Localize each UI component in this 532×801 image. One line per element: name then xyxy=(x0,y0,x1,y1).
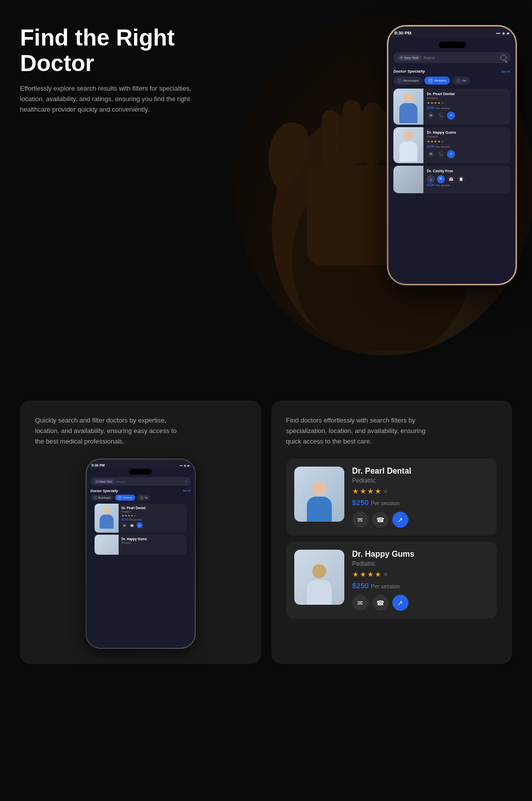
search-icon[interactable] xyxy=(500,55,506,61)
status-icons: ▪▪▪ ◈ ▰ xyxy=(496,31,509,36)
small-nav-btn-1[interactable]: ↗ xyxy=(137,522,143,528)
right-email-btn-2[interactable]: ✉ xyxy=(352,595,368,611)
home-btn-3[interactable]: ⌂ xyxy=(427,175,435,183)
right-doctor-2-price: $250 Per session xyxy=(352,581,489,590)
small-search-bar[interactable]: ⊙ New York Search ○ xyxy=(91,477,191,486)
small-search-icon[interactable]: ○ xyxy=(185,479,187,484)
specialty-section: Doctor Specialty See All Neurologist Ped… xyxy=(388,66,515,199)
chip-neurologist-label: Neurologist xyxy=(403,79,418,82)
star-1: ★ xyxy=(427,140,430,144)
email-button-2[interactable]: ✉ xyxy=(427,150,435,158)
r2-star-2: ★ xyxy=(360,570,366,578)
phone-button-2[interactable]: 📞 xyxy=(437,150,445,158)
phone-screen-large: 9:30 PM ▪▪▪ ◈ ▰ ⊙ New York Search xyxy=(388,27,515,284)
doctor-2-stars: ★ ★ ★ ★ ★ xyxy=(427,140,507,144)
search-input-mock: Search xyxy=(424,56,498,60)
doctor-1-name: Dr. Pearl Dental xyxy=(427,92,507,96)
small-see-all[interactable]: See All xyxy=(183,489,191,493)
doctor-3-image xyxy=(393,166,423,193)
clip-btn-3[interactable]: 📋 xyxy=(457,175,465,183)
doctor-3-per-session: Per session xyxy=(436,184,450,187)
star-4: ★ xyxy=(437,101,440,105)
doctor-3-info: Dr. Cavity Free ⌂ 🔍 📅 📋 $230 Per session xyxy=(423,166,510,193)
doctor-card-2[interactable]: Dr. Happy Gums Pediatric ★ ★ ★ ★ ★ $250 … xyxy=(393,127,510,163)
hero-description: Effortlessly explore search results with… xyxy=(20,84,210,115)
phone-button-1[interactable]: 📞 xyxy=(437,112,445,120)
r-star-2: ★ xyxy=(360,487,366,495)
small-battery: ▰ xyxy=(187,464,190,467)
small-chip-neuro[interactable]: Neurologist xyxy=(91,495,113,501)
navigate-button-2[interactable]: ↗ xyxy=(447,150,455,158)
right-email-btn-1[interactable]: ✉ xyxy=(352,512,368,528)
s-star-3: ★ xyxy=(128,514,130,517)
email-button-1[interactable]: ✉ xyxy=(427,112,435,120)
phone-hand-container: 9:30 PM ▪▪▪ ◈ ▰ ⊙ New York Search xyxy=(222,10,532,360)
small-doctor-card-1[interactable]: Dr. Pearl Dental Pediatric ★ ★ ★ ★ ★ $25… xyxy=(95,504,187,533)
search-btn-3[interactable]: 🔍 xyxy=(437,175,445,183)
small-wifi: ◈ xyxy=(184,464,186,467)
small-chip-gen[interactable]: Ge xyxy=(137,495,151,501)
star-3: ★ xyxy=(434,101,437,105)
star-2: ★ xyxy=(430,140,433,144)
specialty-chips: Neurologist Pediatric Ge xyxy=(393,77,510,85)
chip-general[interactable]: Ge xyxy=(452,77,470,85)
s-star-4: ★ xyxy=(131,514,133,517)
s-star-2: ★ xyxy=(125,514,127,517)
small-status-bar: 9:30 PM ▪▪▪ ◈ ▰ xyxy=(87,460,195,468)
small-gen-label: Ge xyxy=(145,496,148,499)
doctor-card-1[interactable]: Dr. Pearl Dental Pediatric ★ ★ ★ ★ ★ $25… xyxy=(393,89,510,125)
small-chip-peds[interactable]: Pediatric xyxy=(115,495,135,501)
small-doctor-card-2[interactable]: Dr. Happy Gums Pediatric xyxy=(95,535,187,555)
small-doctor-1-actions: ✉ ☎ ↗ xyxy=(122,522,184,528)
doctor-3-actions: ⌂ 🔍 📅 📋 xyxy=(427,175,507,183)
right-panel-description: Find doctors effortlessly with search fi… xyxy=(286,416,436,447)
star-2: ★ xyxy=(430,101,433,105)
right-doctor-1-person xyxy=(307,481,332,522)
r-star-3: ★ xyxy=(367,487,374,495)
right-doctor-1-stars: ★ ★ ★ ★ ★ xyxy=(352,487,489,495)
battery-icon: ▰ xyxy=(506,31,509,36)
doctor-1-stars: ★ ★ ★ ★ ★ xyxy=(427,101,507,105)
dynamic-island xyxy=(438,42,466,48)
location-chip[interactable]: ⊙ New York xyxy=(397,55,421,61)
bottom-section: Quickly search and filter doctors by exp… xyxy=(0,380,532,684)
doctor-1-actions: ✉ 📞 ↗ xyxy=(427,112,507,120)
right-phone-btn-1[interactable]: ☎ xyxy=(372,512,388,528)
doctor-2-price: $250 Per session xyxy=(427,145,507,148)
right-doctor-card-2[interactable]: Dr. Happy Gums Pediatric ★ ★ ★ ★ ★ $250 … xyxy=(286,542,497,619)
doctor-2-image xyxy=(393,127,423,163)
doctor-1-image xyxy=(393,89,423,125)
doctor-1-specialty: Pediatric xyxy=(427,97,507,100)
small-location-icon: ⊙ xyxy=(96,480,99,483)
right-nav-btn-2[interactable]: ↗ xyxy=(392,595,408,611)
right-doctor-2-per-session: Per session xyxy=(371,583,399,589)
doctor-1-per-session: Per session xyxy=(436,107,450,110)
small-location-chip[interactable]: ⊙ New York xyxy=(94,479,114,484)
right-doctor-2-specialty: Pediatric xyxy=(352,560,489,567)
r-star-4: ★ xyxy=(375,487,381,495)
small-neuro-icon xyxy=(93,496,97,500)
chip-neurologist[interactable]: Neurologist xyxy=(393,77,422,85)
small-doctor-1-stars: ★ ★ ★ ★ ★ xyxy=(122,514,184,517)
doctor-card-3[interactable]: Dr. Cavity Free ⌂ 🔍 📅 📋 $230 Per session xyxy=(393,166,510,193)
small-doctor-2-spec: Pediatric xyxy=(122,541,184,544)
signal-icon: ▪▪▪ xyxy=(496,31,500,36)
right-doctor-card-1[interactable]: Dr. Pearl Dental Pediatric ★ ★ ★ ★ ★ $25… xyxy=(286,459,497,536)
small-email-btn-1[interactable]: ✉ xyxy=(122,522,128,528)
right-doctor-2-head xyxy=(312,564,326,578)
right-nav-btn-1[interactable]: ↗ xyxy=(392,512,408,528)
see-all-link[interactable]: See All xyxy=(501,70,510,73)
phone-frame-small: 9:30 PM ▪▪▪ ◈ ▰ ⊙ New York Search ○ xyxy=(86,459,196,649)
small-signal: ▪▪▪ xyxy=(179,464,182,467)
star-3: ★ xyxy=(434,140,437,144)
cal-btn-3[interactable]: 📅 xyxy=(447,175,455,183)
chip-pediatric[interactable]: Pediatric xyxy=(424,77,449,85)
small-doctor-2-img xyxy=(95,535,119,555)
s-star-1: ★ xyxy=(122,514,124,517)
navigate-button-1[interactable]: ↗ xyxy=(447,112,455,120)
small-phone-btn-1[interactable]: ☎ xyxy=(129,522,135,528)
right-doctor-2-name: Dr. Happy Gums xyxy=(352,550,489,559)
right-doctor-1-price: $250 Per session xyxy=(352,498,489,507)
search-bar-large[interactable]: ⊙ New York Search xyxy=(393,52,510,63)
right-phone-btn-2[interactable]: ☎ xyxy=(372,595,388,611)
